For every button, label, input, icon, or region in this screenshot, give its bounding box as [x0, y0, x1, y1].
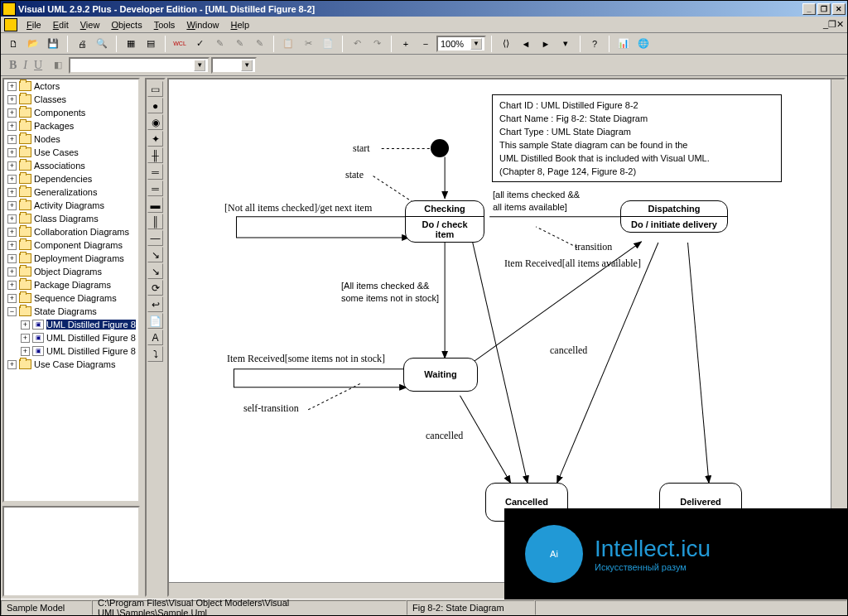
text-tool[interactable]: A [147, 330, 163, 345]
open-icon[interactable]: 📂 [24, 35, 42, 53]
globe-icon[interactable]: 🌐 [634, 35, 653, 53]
tree-item[interactable]: +Components [4, 106, 138, 119]
statusbar: Sample Model C:\Program Files\Visual Obj… [1, 599, 847, 615]
vertical-scrollbar[interactable] [831, 79, 844, 582]
fork-tool[interactable]: ═ [147, 164, 163, 180]
plus-icon[interactable]: + [397, 35, 415, 53]
chevron-down-icon[interactable]: ▼ [194, 60, 205, 71]
select-tool[interactable]: ▭ [147, 81, 163, 97]
underline-button: U [34, 59, 42, 72]
help-icon[interactable]: ? [585, 35, 604, 53]
tool13[interactable]: ⟳ [147, 280, 163, 296]
svg-line-4 [308, 383, 361, 410]
chevron-down-icon[interactable]: ▼ [470, 38, 482, 50]
tree-item[interactable]: +Collaboration Diagrams [4, 225, 138, 238]
tool12[interactable]: ↘ [147, 263, 163, 279]
preview-icon[interactable]: 🔍 [93, 35, 111, 53]
minimize-button[interactable]: _ [802, 3, 816, 15]
state-do: Do / initiate delivery [621, 217, 727, 232]
tree-item[interactable]: +▣UML Distilled Figure 8 [4, 318, 138, 331]
menu-help[interactable]: Help [225, 18, 256, 31]
tree-item[interactable]: +Activity Diagrams [4, 199, 138, 212]
tree-item[interactable]: +Use Case Diagrams [4, 358, 138, 371]
tree-item[interactable]: +Nodes [4, 132, 138, 146]
state-waiting[interactable]: Waiting [403, 358, 478, 392]
tree-item[interactable]: +Classes [4, 93, 138, 106]
menu-window[interactable]: Window [181, 18, 224, 31]
save-icon[interactable]: 💾 [44, 35, 62, 53]
initial-tool[interactable]: ● [147, 98, 163, 113]
final-tool[interactable]: ◉ [147, 114, 163, 130]
tree-item[interactable]: +Dependencies [4, 172, 138, 185]
title-text: Visual UML 2.9.2 Plus - Developer Editio… [18, 4, 315, 14]
size-combo[interactable]: ▼ [211, 57, 257, 74]
split-tool[interactable]: ╫ [147, 147, 163, 163]
label-transition: transition [575, 241, 612, 253]
tool14[interactable]: ↩ [147, 296, 163, 312]
tool9[interactable]: ║ [147, 214, 163, 229]
status-diagram: Fig 8-2: State Diagram [407, 600, 535, 615]
tree-item[interactable]: +▣UML Distilled Figure 8 [4, 344, 138, 358]
tree-item[interactable]: +▣UML Distilled Figure 8 [4, 331, 138, 344]
app-icon [2, 2, 16, 16]
menu-file[interactable]: File [21, 18, 47, 31]
attach-tool[interactable]: ⤵ [147, 346, 163, 362]
aux-tool[interactable]: ✦ [147, 131, 163, 147]
close-button[interactable]: ✕ [832, 3, 846, 15]
tree-item[interactable]: +Actors [4, 79, 138, 93]
tree-item[interactable]: +Object Diagrams [4, 265, 138, 278]
print-icon[interactable]: 🖨 [73, 35, 91, 53]
new-icon[interactable]: 🗋 [4, 35, 22, 53]
state-name: Dispatching [621, 201, 727, 217]
tree-item[interactable]: +Package Diagrams [4, 278, 138, 291]
nav1-icon[interactable]: ⟨⟩ [497, 35, 515, 53]
nav-drop-icon[interactable]: ▾ [556, 35, 575, 53]
watermark-tagline: Искусственный разум [595, 562, 711, 572]
font-combo[interactable]: ▼ [69, 57, 210, 74]
note-tool[interactable]: 📄 [147, 313, 163, 329]
tree-item[interactable]: +Class Diagrams [4, 212, 138, 225]
menu-edit[interactable]: Edit [47, 18, 75, 31]
diagram-toolbox: ▭ ● ◉ ✦ ╫ ═ ═ ▬ ║ — ↘ ↘ ⟳ ↩ 📄 A ⤵ [145, 78, 166, 597]
chart-icon[interactable]: 📊 [614, 35, 633, 53]
tool11[interactable]: ↘ [147, 247, 163, 262]
tool-b-icon[interactable]: ▤ [142, 35, 160, 53]
nav-fwd-icon[interactable]: ► [537, 35, 555, 53]
label-start: start [353, 142, 370, 155]
tree-item[interactable]: +Sequence Diagrams [4, 291, 138, 305]
tool-a-icon[interactable]: ▦ [122, 35, 140, 53]
mdi-close-button[interactable]: ✕ [836, 19, 844, 30]
watermark-logo: Ai [525, 525, 583, 583]
watermark: Ai Intellect.icu Искусственный разум [504, 508, 848, 599]
state-checking[interactable]: Checking Do / check item [405, 200, 484, 243]
model-tree[interactable]: +Actors+Classes+Components+Packages+Node… [2, 78, 140, 503]
menu-view[interactable]: View [75, 18, 106, 31]
bold-button: B [9, 59, 17, 72]
wcl-icon[interactable]: WCL [171, 35, 189, 53]
cut-icon: ✂ [299, 35, 317, 53]
tree-item[interactable]: +Use Cases [4, 146, 138, 159]
tool10[interactable]: — [147, 230, 163, 246]
menu-tools[interactable]: Tools [148, 18, 181, 31]
minus-icon[interactable]: − [417, 35, 435, 53]
nav-back-icon[interactable]: ◄ [517, 35, 535, 53]
d1-icon: ✎ [210, 35, 229, 53]
tree-item[interactable]: +Generalizations [4, 185, 138, 199]
fork2-tool[interactable]: ═ [147, 180, 163, 196]
tree-item[interactable]: +Packages [4, 119, 138, 132]
tree-item[interactable]: +Associations [4, 159, 138, 172]
tool8[interactable]: ▬ [147, 197, 163, 213]
state-dispatching[interactable]: Dispatching Do / initiate delivery [620, 200, 728, 233]
check-icon[interactable]: ✓ [190, 35, 209, 53]
initial-state[interactable] [431, 139, 449, 157]
chevron-down-icon[interactable]: ▼ [241, 60, 253, 71]
label-guard1: [Not all items checked]/get next item [224, 202, 372, 214]
mdi-restore-button[interactable]: ❐ [828, 19, 836, 30]
zoom-combo[interactable]: 100% ▼ [436, 36, 486, 52]
tree-item[interactable]: +Component Diagrams [4, 238, 138, 252]
menu-objects[interactable]: Objects [105, 18, 147, 31]
tree-item[interactable]: −State Diagrams [4, 305, 138, 318]
maximize-button[interactable]: ❐ [817, 3, 831, 15]
tree-item[interactable]: +Deployment Diagrams [4, 252, 138, 265]
chart-info-box[interactable]: Chart ID : UML Distilled Figure 8-2 Char… [492, 94, 782, 182]
